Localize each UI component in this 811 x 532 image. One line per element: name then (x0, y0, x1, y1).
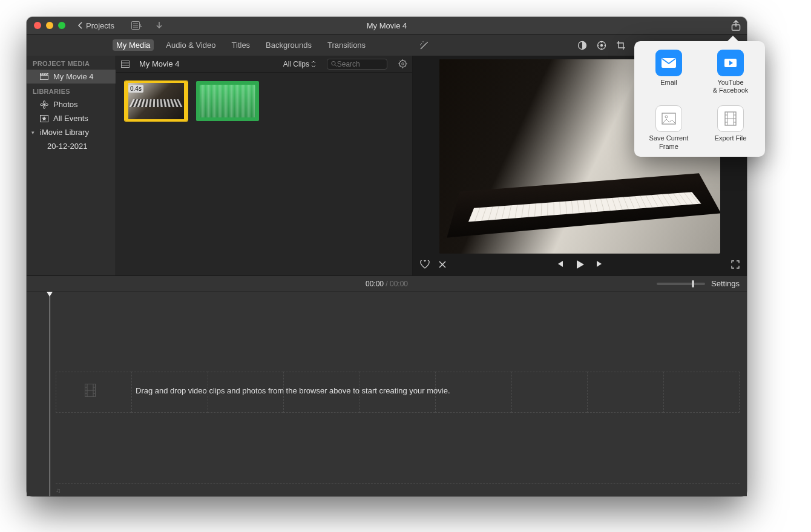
clip-trim-handle-left[interactable] (125, 83, 128, 119)
gear-icon[interactable] (398, 59, 407, 68)
svg-rect-12 (41, 76, 48, 80)
share-item-email[interactable]: Email (639, 50, 698, 94)
tab-my-media[interactable]: My Media (113, 39, 154, 51)
projects-label: Projects (86, 21, 114, 30)
titlebar: Projects My Movie 4 (27, 17, 747, 34)
audio-waveform (200, 85, 255, 117)
sidebar-item-photos[interactable]: Photos (27, 97, 116, 111)
clapperboard-icon (40, 73, 48, 80)
clip-duration-badge: 0.4s (128, 85, 143, 93)
play-icon[interactable] (575, 260, 585, 269)
timeline-body[interactable]: Drag and drop video clips and photos fro… (27, 292, 747, 496)
share-label-save-frame: Save Current Frame (639, 134, 698, 150)
svg-point-22 (402, 63, 404, 65)
download-icon[interactable] (156, 21, 163, 30)
enhance-wand-icon[interactable] (419, 40, 430, 51)
timeline-audio-row[interactable] (56, 483, 740, 491)
tab-transitions[interactable]: Transitions (324, 39, 369, 51)
svg-point-17 (45, 103, 48, 105)
clip-filter-label: All Clips (283, 60, 309, 68)
youtube-icon (717, 50, 744, 76)
sidebar-item-imovie-library[interactable]: ▾ iMovie Library (27, 125, 116, 139)
settings-label: Settings (711, 279, 740, 288)
timeline-timecode: 00:00 / 00:00 (366, 280, 408, 288)
reject-x-icon[interactable] (438, 260, 447, 269)
sidebar-item-all-events[interactable]: All Events (27, 111, 116, 125)
sidebar-item-event[interactable]: 20-12-2021 (27, 139, 116, 153)
film-file-icon (717, 105, 744, 132)
svg-point-5 (600, 44, 603, 46)
svg-point-27 (665, 116, 668, 118)
browser-project-name: My Movie 4 (139, 59, 179, 68)
zoom-window-button[interactable] (58, 22, 65, 29)
media-tabs: My Media Audio & Video Titles Background… (113, 39, 369, 51)
timeline: 00:00 / 00:00 Settings Drag and drop vid… (27, 275, 747, 496)
playback-controls (413, 254, 747, 275)
svg-point-16 (41, 103, 44, 105)
image-frame-icon (655, 105, 682, 132)
share-item-save-frame[interactable]: Save Current Frame (639, 105, 698, 150)
search-icon (331, 61, 337, 67)
share-button[interactable] (731, 20, 741, 31)
search-input[interactable] (337, 60, 383, 68)
projects-back-button[interactable]: Projects (76, 21, 114, 30)
zoom-slider[interactable] (657, 283, 705, 285)
search-field[interactable] (327, 59, 387, 70)
svg-rect-26 (662, 113, 675, 124)
list-view-icon[interactable] (121, 61, 130, 68)
sidebar-event-label: 20-12-2021 (47, 142, 88, 151)
timeline-settings-button[interactable]: Settings (657, 279, 740, 288)
svg-point-14 (43, 100, 45, 103)
color-correction-icon[interactable] (597, 41, 606, 50)
favorite-heart-icon[interactable] (420, 260, 430, 269)
total-time: 00:00 (390, 280, 408, 288)
video-clip-thumbnail[interactable]: 0.4s (125, 81, 188, 121)
share-grid: Email YouTube & Facebook Save Current Fr… (639, 50, 760, 151)
share-item-export-file[interactable]: Export File (701, 105, 760, 150)
share-label-email: Email (660, 79, 677, 87)
playhead[interactable] (50, 293, 50, 496)
fullscreen-icon[interactable] (731, 260, 740, 269)
next-frame-icon[interactable] (596, 260, 604, 269)
color-balance-icon[interactable] (577, 41, 587, 50)
sidebar-header-libraries: LIBRARIES (27, 84, 116, 97)
share-item-youtube-facebook[interactable]: YouTube & Facebook (701, 50, 760, 94)
close-window-button[interactable] (34, 22, 41, 29)
svg-point-20 (332, 62, 335, 65)
disclosure-triangle-icon[interactable]: ▾ (31, 130, 34, 136)
updown-chevron-icon (311, 61, 316, 68)
clip-trim-handle-right[interactable] (184, 83, 188, 119)
toolbar-left-icons (131, 21, 163, 30)
sidebar-item-project[interactable]: My Movie 4 (27, 70, 116, 84)
window-controls (34, 22, 65, 29)
timeline-hint-text: Drag and drop video clips and photos fro… (136, 386, 450, 395)
sidebar: PROJECT MEDIA My Movie 4 LIBRARIES Photo… (27, 56, 116, 275)
import-media-icon[interactable] (131, 21, 142, 30)
sidebar-project-label: My Movie 4 (53, 72, 93, 81)
svg-point-15 (43, 105, 45, 108)
sidebar-photos-label: Photos (53, 100, 77, 109)
share-label-export-file: Export File (715, 134, 747, 142)
browser-header: My Movie 4 All Clips (116, 56, 412, 73)
svg-point-2 (427, 42, 428, 43)
audio-clip-thumbnail[interactable] (196, 81, 259, 121)
music-note-icon: ♫ (56, 487, 61, 494)
tab-titles[interactable]: Titles (228, 39, 254, 51)
share-label-youtube: YouTube & Facebook (713, 79, 749, 94)
photos-flower-icon (40, 100, 48, 109)
tab-backgrounds[interactable]: Backgrounds (262, 39, 315, 51)
svg-point-13 (44, 103, 45, 105)
tab-audio-video[interactable]: Audio & Video (162, 39, 219, 51)
prev-frame-icon[interactable] (556, 260, 564, 269)
media-browser: My Movie 4 All Clips 0.4s (116, 56, 413, 275)
clips-area: 0.4s (116, 73, 412, 275)
share-popover: Email YouTube & Facebook Save Current Fr… (634, 41, 765, 157)
minimize-window-button[interactable] (46, 22, 53, 29)
email-icon (655, 50, 682, 76)
crop-icon[interactable] (616, 41, 626, 50)
star-box-icon (40, 115, 48, 122)
timeline-header: 00:00 / 00:00 Settings (27, 276, 747, 292)
svg-rect-19 (122, 61, 130, 67)
clip-filter-dropdown[interactable]: All Clips (283, 60, 316, 68)
current-time: 00:00 (366, 280, 384, 288)
